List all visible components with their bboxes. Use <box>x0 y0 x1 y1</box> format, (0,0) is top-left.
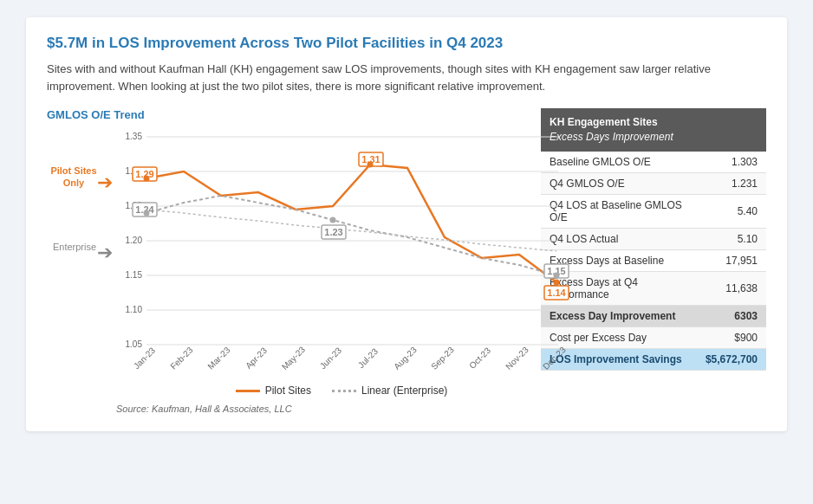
table-row: LOS Improvement Savings$5,672,700 <box>541 348 766 370</box>
chart-area: .axis-label { font-family: Arial, sans-s… <box>116 128 567 414</box>
svg-text:1.20: 1.20 <box>126 236 143 245</box>
pilot-sites-label: Pilot Sites Only <box>47 165 101 190</box>
pilot-point-jul <box>367 162 374 168</box>
table-row: Baseline GMLOS O/E1.303 <box>541 152 766 173</box>
svg-text:Jul-23: Jul-23 <box>356 346 380 370</box>
table-header: KH Engagement Sites Excess Days Improvem… <box>541 108 766 152</box>
svg-text:Nov-23: Nov-23 <box>504 345 530 372</box>
table-row: Excess Day Improvement6303 <box>541 305 766 326</box>
table-row: Q4 GMLOS O/E1.231 <box>541 172 766 194</box>
table-row: Excess Days at Baseline17,951 <box>541 249 766 271</box>
enterprise-line <box>146 196 556 275</box>
trend-chart: .axis-label { font-family: Arial, sans-s… <box>116 128 567 379</box>
row-value: 6303 <box>697 305 766 326</box>
row-value: 5.10 <box>697 228 766 249</box>
content-row: GMLOS O/E Trend Pilot Sites Only ➔ Enter… <box>47 108 766 414</box>
main-card: $5.7M in LOS Improvement Across Two Pilo… <box>26 17 787 431</box>
pilot-point-dec <box>554 280 560 286</box>
chart-legend: Pilot Sites Linear (Enterprise) <box>116 384 567 397</box>
row-value: $5,672,700 <box>697 348 766 370</box>
table-row: Cost per Excess Day$900 <box>541 326 766 348</box>
enterprise-point-jun <box>330 217 336 223</box>
svg-text:Feb-23: Feb-23 <box>168 345 194 371</box>
table-section: KH Engagement Sites Excess Days Improvem… <box>541 108 766 371</box>
data-table: Baseline GMLOS O/E1.303Q4 GMLOS O/E1.231… <box>541 152 766 371</box>
pilot-point-jan <box>144 176 150 182</box>
row-value: 1.231 <box>697 172 766 194</box>
legend-enterprise: Linear (Enterprise) <box>332 384 447 397</box>
svg-text:1.15: 1.15 <box>126 270 143 280</box>
table-row: Excess Days at Q4 Performance11,638 <box>541 271 766 305</box>
svg-text:1.23: 1.23 <box>324 227 342 237</box>
row-value: 5.40 <box>697 194 766 228</box>
linear-enterprise-line <box>146 210 556 251</box>
svg-text:May-23: May-23 <box>280 345 308 372</box>
svg-text:Oct-23: Oct-23 <box>467 346 492 371</box>
legend-pilot: Pilot Sites <box>236 384 311 397</box>
svg-text:1.14: 1.14 <box>547 288 566 298</box>
svg-text:Mar-23: Mar-23 <box>205 345 231 371</box>
subtitle: Sites with and without Kaufman Hall (KH)… <box>47 61 766 94</box>
main-title: $5.7M in LOS Improvement Across Two Pilo… <box>47 35 766 52</box>
svg-text:1.05: 1.05 <box>126 339 143 349</box>
row-value: 11,638 <box>697 271 766 305</box>
row-value: $900 <box>697 326 766 348</box>
legend-pilot-line <box>236 390 260 392</box>
row-value: 17,951 <box>697 249 766 271</box>
svg-text:Dec-23: Dec-23 <box>541 345 568 372</box>
pilot-line <box>146 165 556 282</box>
svg-text:Aug-23: Aug-23 <box>392 345 419 372</box>
source-text: Source: Kaufman, Hall & Associates, LLC <box>116 404 567 414</box>
svg-text:Sep-23: Sep-23 <box>429 345 456 372</box>
pilot-arrow-icon: ➔ <box>97 173 113 192</box>
enterprise-point-jan <box>144 210 150 216</box>
svg-text:1.10: 1.10 <box>126 305 143 314</box>
row-value: 1.303 <box>697 152 766 173</box>
legend-pilot-label: Pilot Sites <box>265 384 311 397</box>
table-header-subtitle: Excess Days Improvement <box>550 130 758 145</box>
enterprise-arrow-icon: ➔ <box>97 243 113 262</box>
svg-text:1.35: 1.35 <box>126 132 143 141</box>
chart-label: GMLOS O/E Trend <box>47 108 524 121</box>
legend-enterprise-label: Linear (Enterprise) <box>361 384 447 397</box>
svg-text:Jun-23: Jun-23 <box>318 346 344 372</box>
table-header-title: KH Engagement Sites <box>550 115 758 130</box>
svg-text:Apr-23: Apr-23 <box>244 346 269 371</box>
enterprise-label: Enterprise <box>49 241 101 253</box>
enterprise-point-dec <box>554 273 560 279</box>
chart-section: GMLOS O/E Trend Pilot Sites Only ➔ Enter… <box>47 108 524 414</box>
legend-enterprise-line <box>332 390 356 392</box>
table-row: Q4 LOS at Baseline GMLOS O/E5.40 <box>541 194 766 228</box>
table-row: Q4 LOS Actual5.10 <box>541 228 766 249</box>
